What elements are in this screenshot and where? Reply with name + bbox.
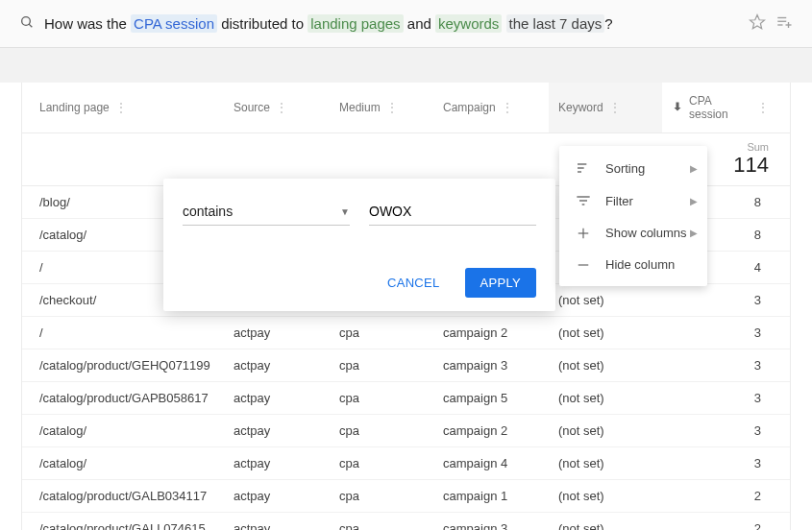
sorting-icon [575, 160, 592, 176]
more-vert-icon[interactable]: ⋮ [502, 101, 513, 114]
menu-item-filter[interactable]: Filter ▶ [559, 184, 707, 217]
table-row[interactable]: /catalog/product/GEHQ071199actpaycpacamp… [22, 349, 790, 382]
cell-medium: cpa [330, 447, 433, 479]
menu-item-show-columns[interactable]: Show columns ▶ [559, 217, 707, 249]
cell-cpa: 3 [662, 317, 790, 349]
svg-marker-2 [750, 15, 765, 29]
cell-keyword: (not set) [549, 513, 662, 530]
column-label: CPA session [689, 94, 751, 121]
chevron-right-icon: ▶ [690, 196, 698, 206]
search-bar: How was the CPA session distributed to l… [0, 0, 812, 48]
add-to-list-icon[interactable] [775, 13, 793, 34]
cell-campaign: campaign 3 [433, 349, 549, 381]
column-header-medium[interactable]: Medium ⋮ [330, 83, 433, 132]
table-row[interactable]: /actpaycpacampaign 2(not set)3 [22, 317, 790, 349]
filter-popover: contains ▼ CANCEL APPLY [163, 179, 555, 311]
menu-label: Show columns [605, 226, 687, 240]
cell-campaign: campaign 2 [433, 415, 549, 446]
svg-rect-11 [577, 196, 589, 197]
cell-landing-page: /catalog/product/GAPB058617 [22, 382, 224, 414]
cell-keyword: (not set) [549, 480, 662, 512]
cell-campaign: campaign 2 [433, 317, 549, 349]
cell-campaign: campaign 3 [433, 513, 549, 530]
column-header-cpa-session[interactable]: CPA session ⋮ [662, 83, 790, 132]
cell-keyword: (not set) [549, 382, 662, 414]
column-label: Source [234, 101, 270, 114]
plus-icon [575, 227, 592, 240]
svg-rect-10 [578, 171, 581, 172]
cell-medium: cpa [330, 317, 433, 349]
cell-landing-page: /catalog/product/GALB034117 [22, 480, 224, 512]
cell-cpa: 3 [662, 415, 790, 446]
svg-rect-8 [578, 163, 586, 164]
menu-label: Sorting [605, 161, 645, 176]
toolbar-spacer [0, 48, 812, 83]
more-vert-icon[interactable]: ⋮ [386, 101, 398, 114]
query-text[interactable]: How was the CPA session distributed to l… [44, 15, 739, 32]
search-icon [19, 14, 35, 33]
cell-source: actpay [224, 382, 330, 414]
cell-source: actpay [224, 447, 330, 479]
cell-source: actpay [224, 349, 330, 381]
table-row[interactable]: /catalog/actpaycpacampaign 2(not set)3 [22, 415, 790, 447]
more-vert-icon[interactable]: ⋮ [609, 101, 621, 114]
column-header-keyword[interactable]: Keyword ⋮ [549, 83, 662, 132]
chevron-right-icon: ▶ [690, 163, 698, 174]
column-label: Medium [339, 101, 381, 114]
cell-cpa: 3 [662, 349, 790, 381]
filter-operator-value: contains [183, 204, 233, 219]
chevron-right-icon: ▶ [690, 228, 698, 238]
svg-point-0 [22, 17, 31, 26]
cell-cpa: 3 [662, 382, 790, 414]
filter-operator-select[interactable]: contains ▼ [183, 198, 350, 226]
cell-keyword: (not set) [549, 447, 662, 479]
cancel-button[interactable]: CANCEL [372, 268, 455, 298]
cell-medium: cpa [330, 382, 433, 414]
table-row[interactable]: /catalog/actpaycpacampaign 4(not set)3 [22, 447, 790, 480]
cell-landing-page: /catalog/product/GEHQ071199 [22, 349, 224, 381]
column-menu: Sorting ▶ Filter ▶ Show columns ▶ Hide c… [559, 146, 707, 286]
background-letters: H H H [6, 334, 15, 409]
cell-landing-page: /catalog/ [22, 415, 224, 446]
menu-item-sorting[interactable]: Sorting ▶ [559, 152, 707, 184]
cell-source: actpay [224, 480, 330, 512]
cell-medium: cpa [330, 415, 433, 446]
svg-rect-9 [578, 167, 584, 168]
menu-item-hide-column[interactable]: Hide column [559, 249, 707, 280]
cell-landing-page: /catalog/ [22, 447, 224, 479]
apply-button[interactable]: APPLY [465, 268, 536, 298]
column-label: Campaign [443, 101, 496, 114]
table-row[interactable]: /catalog/product/GALL074615actpaycpacamp… [22, 513, 790, 530]
cell-keyword: (not set) [549, 284, 662, 316]
cell-medium: cpa [330, 480, 433, 512]
column-label: Landing page [39, 101, 110, 114]
column-header-source[interactable]: Source ⋮ [224, 83, 330, 132]
column-header-campaign[interactable]: Campaign ⋮ [433, 83, 549, 132]
cell-landing-page: / [22, 317, 224, 349]
filter-icon [575, 193, 592, 208]
cell-campaign: campaign 5 [433, 382, 549, 414]
cell-medium: cpa [330, 513, 433, 530]
filter-value-input[interactable] [369, 198, 536, 226]
cell-campaign: campaign 4 [433, 447, 549, 479]
minus-icon [575, 258, 592, 272]
cell-source: actpay [224, 513, 330, 530]
cell-cpa: 3 [662, 447, 790, 479]
more-vert-icon[interactable]: ⋮ [757, 101, 769, 114]
table-row[interactable]: /catalog/product/GAPB058617actpaycpacamp… [22, 382, 790, 415]
cell-landing-page: /catalog/product/GALL074615 [22, 513, 224, 530]
cell-source: actpay [224, 317, 330, 349]
table-header: Landing page ⋮ Source ⋮ Medium ⋮ Campaig… [22, 83, 790, 133]
star-icon[interactable] [749, 13, 766, 34]
svg-rect-12 [579, 200, 587, 201]
more-vert-icon[interactable]: ⋮ [276, 101, 287, 114]
cell-keyword: (not set) [549, 415, 662, 446]
table-row[interactable]: /catalog/product/GALB034117actpaycpacamp… [22, 480, 790, 513]
cell-cpa: 2 [662, 480, 790, 512]
more-vert-icon[interactable]: ⋮ [115, 101, 127, 114]
menu-label: Hide column [605, 257, 675, 272]
column-header-landing-page[interactable]: Landing page ⋮ [22, 83, 224, 132]
caret-down-icon: ▼ [340, 206, 350, 217]
svg-line-1 [29, 24, 32, 27]
cell-keyword: (not set) [549, 349, 662, 381]
